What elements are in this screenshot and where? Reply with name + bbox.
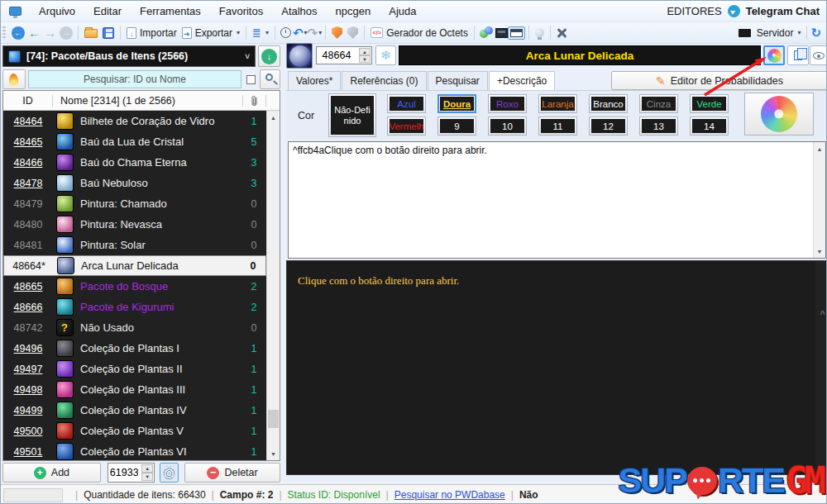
fingerprint-button[interactable] [160, 463, 179, 483]
color-wheel-button[interactable] [763, 45, 785, 65]
item-list-header[interactable]: ID Nome [2314] (1 de 2566) [3, 91, 280, 111]
color-button-11[interactable]: 11 [538, 116, 577, 136]
new-id-input[interactable] [108, 466, 140, 479]
open-folder-icon[interactable] [84, 29, 98, 38]
column-id[interactable]: ID [3, 95, 53, 107]
telegram-chat-link[interactable]: Telegram Chat [746, 5, 820, 17]
forward-icon[interactable]: → [60, 26, 73, 40]
menu-item-favoritos[interactable]: Favoritos [210, 2, 272, 20]
item-id-link[interactable]: 48665 [3, 281, 53, 292]
color-button-roxo[interactable]: Roxo [488, 94, 527, 113]
item-id-link[interactable]: 49501 [3, 446, 53, 458]
desc-scroll-down-icon[interactable]: ▼ [814, 245, 825, 258]
table-row[interactable]: 48666Pacote de Kigurumi2 [3, 297, 266, 317]
category-dropdown[interactable]: [74]: Pacote/Baus de Itens (2566) ˅ [2, 45, 256, 67]
search-button[interactable] [260, 69, 280, 89]
color-button-branco[interactable]: Branco [589, 94, 628, 113]
scroll-thumb[interactable] [268, 410, 279, 428]
shield-off-icon[interactable] [347, 26, 358, 39]
flame-button[interactable] [2, 69, 26, 89]
next-arrow-icon[interactable]: → [44, 26, 56, 40]
color-undefined-button[interactable]: Não-Definido [328, 93, 376, 137]
redo-icon[interactable]: ↷ [308, 26, 318, 40]
preview-eye-button[interactable] [810, 45, 827, 65]
undo-icon[interactable]: ↶ [293, 26, 304, 40]
tab-pesquisar[interactable]: Pesquisar [428, 71, 488, 90]
add-button[interactable]: + Add [2, 463, 101, 483]
color-button-cinza[interactable]: Cinza [639, 94, 678, 113]
tools-icon[interactable] [556, 27, 568, 39]
column-name[interactable]: Nome [2314] (1 de 2566) [53, 95, 243, 107]
table-row[interactable]: 49500Coleção de Plantas V1 [3, 421, 266, 441]
color-button-12[interactable]: 12 [589, 116, 628, 136]
color-button-verde[interactable]: Verde [690, 94, 729, 113]
scroll-up-icon[interactable]: ▲ [267, 111, 280, 124]
list-scrollbar[interactable]: ▲ ▼ [266, 111, 280, 460]
item-id-link[interactable]: 49499 [3, 405, 53, 416]
table-row[interactable]: 48665Pacote do Bosque2 [3, 276, 266, 297]
color-button-doura[interactable]: Doura [437, 94, 476, 113]
item-id-link[interactable]: 49498 [3, 384, 53, 396]
table-row[interactable]: 48480Pintura: Nevasca0 [3, 214, 266, 235]
item-image-button[interactable] [286, 43, 313, 69]
table-row[interactable]: 49497Coleção de Plantas II1 [3, 359, 266, 379]
description-text[interactable]: ^ffcb4aClique com o botão direito para a… [293, 145, 809, 156]
octet-generator-button[interactable]: </> Gerador de Octets [368, 26, 471, 40]
scroll-down-icon[interactable]: ▼ [267, 447, 280, 460]
table-row[interactable]: 48478Baú Nebuloso3 [3, 173, 266, 193]
item-id-up-icon[interactable]: ▲ [359, 48, 370, 55]
table-row[interactable]: 48481Pintura: Solar0 [3, 235, 266, 255]
shield-on-icon[interactable] [332, 26, 342, 39]
panel-toggle-button[interactable] [508, 26, 525, 40]
prev-arrow-icon[interactable]: ← [28, 26, 41, 40]
category-download-button[interactable]: ↓ [258, 45, 280, 67]
redo-caret-icon[interactable]: ▾ [318, 29, 322, 36]
list-view-button[interactable]: ≣ ▾ [250, 25, 271, 40]
item-id-link[interactable]: 49496 [3, 343, 53, 354]
item-id-link[interactable]: 48666 [3, 302, 53, 313]
item-id-link[interactable]: 48465 [3, 136, 53, 148]
toolbar-grip[interactable] [2, 26, 6, 40]
table-row[interactable]: 48479Pintura: Chamado0 [3, 193, 266, 214]
item-id-down-icon[interactable]: ▼ [359, 55, 370, 63]
tab--descri-o[interactable]: +Descrição [489, 71, 555, 90]
item-id-link[interactable]: 48464 [3, 116, 53, 127]
menu-item-ajuda[interactable]: Ajuda [380, 2, 425, 20]
chip-icon[interactable] [495, 28, 508, 38]
editores-label[interactable]: EDITORES [667, 5, 721, 17]
color-button-13[interactable]: 13 [639, 116, 678, 136]
search-checkbox[interactable] [246, 75, 256, 84]
bulb-icon[interactable] [535, 28, 544, 37]
color-button-laranja[interactable]: Laranja [538, 94, 577, 113]
server-dropdown[interactable]: Servidor ▾ [754, 26, 804, 40]
menu-item-ferramentas[interactable]: Ferramentas [131, 2, 210, 20]
table-row[interactable]: 49501Coleção de Plantas VI1 [3, 441, 266, 462]
status-item[interactable]: Pesquisar no PWDabase [394, 489, 505, 501]
table-row[interactable]: 48465Baú da Lua de Cristal5 [3, 131, 266, 152]
table-row[interactable]: 48464Bilhete de Coração de Vidro1 [3, 111, 266, 131]
table-row[interactable]: 48742?Não Usado0 [3, 317, 266, 338]
refresh-icon[interactable]: ↻ [810, 26, 821, 40]
table-row[interactable]: 49496Coleção de Plantas I1 [3, 338, 266, 359]
item-id-input[interactable] [317, 49, 356, 62]
table-row[interactable]: 49499Coleção de Plantas IV1 [3, 400, 266, 421]
item-id-link[interactable]: 48466 [3, 157, 53, 169]
description-preview[interactable]: Clique com o botão direito para abrir. ^ [286, 260, 827, 475]
preview-scroll-up-icon[interactable]: ^ [820, 309, 825, 319]
color-button-14[interactable]: 14 [690, 116, 729, 136]
save-icon[interactable] [103, 27, 114, 39]
item-id-link[interactable]: 48478 [3, 178, 53, 189]
copy-button[interactable] [787, 45, 809, 65]
search-input[interactable] [28, 70, 241, 88]
menu-item-atalhos[interactable]: Atalhos [272, 2, 326, 20]
table-row[interactable]: 49498Coleção de Plantas III1 [3, 379, 266, 400]
color-button-vermelh[interactable]: Vermelh [387, 116, 426, 136]
item-id-link[interactable]: 49500 [3, 426, 53, 437]
menu-item-arquivo[interactable]: Arquivo [30, 2, 84, 20]
probability-editor-button[interactable]: ✎ Editor de Probabilidades [611, 71, 827, 90]
snowflake-button[interactable]: ❄ [375, 45, 396, 65]
spin-down-icon[interactable]: ▼ [141, 473, 153, 481]
table-row[interactable]: 48664*Arca Lunar Delicada0 [3, 255, 266, 276]
attachment-column[interactable] [243, 95, 266, 107]
menu-item-npcgen[interactable]: npcgen [327, 2, 380, 20]
